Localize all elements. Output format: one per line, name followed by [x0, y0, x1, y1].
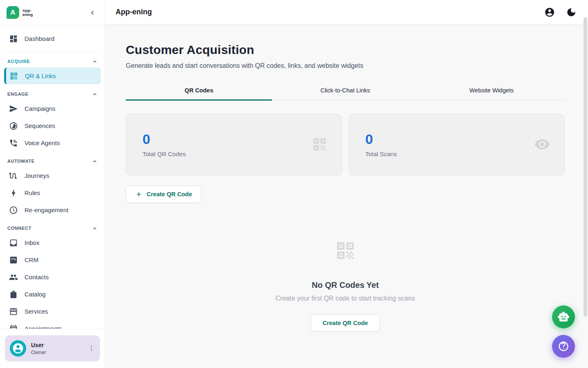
page-header-title: App-ening [116, 8, 544, 16]
sidebar-item-appointments[interactable]: Appointments [4, 320, 101, 329]
nav-section-engage: ENGAGE Campaigns Sequences Voice Agents [4, 90, 101, 151]
stat-value: 0 [365, 131, 397, 147]
help-fab-button[interactable] [552, 335, 575, 358]
sidebar-logo-row: A App- ening [0, 0, 105, 25]
sidebar-item-inbox[interactable]: Inbox [4, 234, 101, 251]
sidebar-item-label: Catalog [24, 291, 46, 298]
eye-icon [534, 136, 550, 153]
user-card[interactable]: User Owner [5, 335, 100, 361]
sidebar-collapse-button[interactable] [88, 8, 98, 18]
dark-mode-toggle[interactable] [566, 7, 577, 18]
dashboard-icon [9, 34, 18, 43]
vertical-scrollbar[interactable] [584, 17, 587, 316]
page-title: Customer Acquisition [126, 43, 565, 57]
sidebar: A App- ening Dashboard ACQUIRE [0, 0, 105, 368]
bolt-icon [9, 188, 18, 197]
sidebar-item-label: Voice Agents [24, 139, 60, 146]
sidebar-item-journeys[interactable]: Journeys [4, 167, 101, 184]
sidebar-item-campaigns[interactable]: Campaigns [4, 100, 101, 117]
sidebar-item-label: Rules [24, 189, 40, 196]
tab-click-to-chat-links[interactable]: Click-to-Chat Links [272, 82, 418, 100]
logo-text: App- ening [22, 9, 88, 17]
chevron-up-icon[interactable] [91, 58, 98, 65]
account-button[interactable] [544, 7, 555, 18]
stat-value: 0 [143, 131, 186, 147]
storefront-icon [9, 307, 18, 316]
sidebar-item-label: Sequences [24, 122, 55, 129]
stats-row: 0 Total QR Codes 0 Total Scans [126, 114, 565, 175]
user-meta: User Owner [31, 342, 86, 355]
inbox-icon [9, 238, 18, 247]
sidebar-footer: User Owner [0, 329, 105, 368]
sidebar-item-label: Inbox [24, 239, 40, 246]
user-role: Owner [31, 350, 86, 355]
empty-state: No QR Codes Yet Create your first QR cod… [126, 240, 565, 332]
empty-state-title: No QR Codes Yet [312, 280, 379, 290]
user-name: User [31, 342, 86, 348]
section-label: ACQUIRE [7, 59, 30, 64]
create-row: Create QR Code [126, 186, 565, 203]
top-header: App-ening [105, 0, 588, 25]
chevron-up-icon[interactable] [91, 90, 98, 98]
page-subtitle: Generate leads and start conversations w… [126, 62, 565, 70]
user-avatar [10, 340, 26, 357]
send-icon [9, 104, 18, 113]
sidebar-item-dashboard[interactable]: Dashboard [4, 30, 101, 47]
chevron-left-icon [89, 9, 96, 16]
sidebar-item-label: Campaigns [24, 105, 56, 112]
qr-code-icon [312, 136, 328, 153]
sidebar-item-label: Journeys [24, 172, 49, 179]
section-label: CONNECT [7, 226, 31, 231]
sidebar-item-contacts[interactable]: Contacts [4, 269, 101, 285]
stat-label: Total Scans [365, 150, 397, 157]
section-header-engage: ENGAGE [4, 90, 101, 100]
main-area: App-ening Customer Acquisition Generate … [105, 0, 588, 368]
stat-card-total-scans: 0 Total Scans [349, 114, 565, 175]
qr-code-icon [9, 72, 18, 81]
tab-qr-codes[interactable]: QR Codes [126, 82, 272, 100]
sidebar-item-crm[interactable]: CRM [4, 251, 101, 268]
empty-create-qr-code-button[interactable]: Create QR Code [311, 314, 380, 332]
tab-website-widgets[interactable]: Website Widgets [419, 82, 565, 100]
kebab-menu-icon [88, 345, 95, 352]
route-icon [9, 171, 18, 180]
phone-in-talk-icon [9, 139, 18, 148]
chevron-up-icon[interactable] [91, 224, 98, 232]
section-label: AUTOMATE [7, 159, 35, 164]
sidebar-item-label: Re-engagement [24, 206, 69, 213]
tab-bar: QR Codes Click-to-Chat Links Website Wid… [126, 82, 565, 101]
create-qr-code-label: Create QR Code [147, 191, 192, 197]
user-menu-button[interactable] [86, 343, 97, 354]
kanban-icon [9, 256, 18, 265]
stat-card-total-qr-codes: 0 Total QR Codes [126, 114, 342, 175]
sidebar-item-label: Services [24, 308, 48, 315]
chevron-up-icon[interactable] [91, 157, 98, 165]
stat-text: 0 Total QR Codes [143, 131, 186, 157]
sidebar-item-services[interactable]: Services [4, 303, 101, 320]
sidebar-nav: Dashboard ACQUIRE QR & Links ENGAGE [0, 25, 105, 329]
calendar-icon [9, 324, 18, 329]
dashboard-block: Dashboard [4, 29, 101, 52]
app-logo-icon: A [7, 6, 19, 19]
sidebar-item-re-engagement[interactable]: Re-engagement [4, 202, 101, 218]
robot-icon [557, 311, 570, 323]
logo-text-line2: ening [22, 13, 88, 17]
people-icon [9, 273, 18, 282]
moon-icon [566, 7, 577, 18]
sidebar-item-qr-links[interactable]: QR & Links [4, 67, 101, 84]
clock-icon [9, 206, 18, 215]
empty-state-subtitle: Create your first QR code to start track… [276, 295, 415, 302]
app-window: A App- ening Dashboard ACQUIRE [0, 0, 588, 368]
create-qr-code-button[interactable]: Create QR Code [126, 186, 201, 203]
timelapse-icon [9, 121, 18, 130]
logo-text-line1: App- [22, 9, 88, 13]
qr-code-icon [334, 240, 356, 262]
plus-icon [135, 191, 143, 198]
sidebar-item-catalog[interactable]: Catalog [4, 286, 101, 303]
sidebar-item-sequences[interactable]: Sequences [4, 117, 101, 134]
nav-section-acquire: ACQUIRE QR & Links [4, 58, 101, 84]
sidebar-item-rules[interactable]: Rules [4, 184, 101, 201]
sidebar-item-voice-agents[interactable]: Voice Agents [4, 135, 101, 151]
assistant-fab-button[interactable] [552, 305, 575, 328]
account-icon [12, 342, 24, 355]
